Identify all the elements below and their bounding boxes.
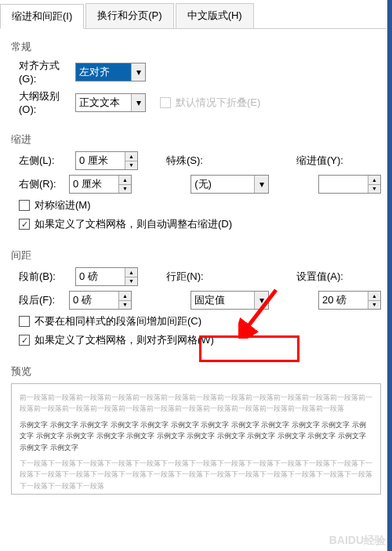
space-after-label: 段后(F): [19, 293, 69, 307]
auto-adjust-indent-label: 如果定义了文档网格，则自动调整右缩进(D) [34, 217, 232, 231]
indent-right-value: 0 厘米 [70, 176, 118, 193]
space-before-spinner[interactable]: 0 磅 ▲▼ [75, 267, 138, 286]
space-before-value: 0 磅 [76, 268, 125, 285]
chevron-down-icon: ▾ [131, 94, 145, 111]
special-value: (无) [191, 176, 254, 193]
section-preview-title: 预览 [11, 364, 381, 379]
at-value: 20 磅 [319, 292, 368, 309]
no-space-same-style-label: 不要在相同样式的段落间增加间距(C) [34, 314, 201, 328]
caret-down-icon[interactable]: ▼ [125, 161, 137, 170]
special-select[interactable]: (无) ▾ [191, 175, 269, 194]
preview-box: 前一段落前一段落前一段落前一段落前一段落前一段落前一段落前一段落前一段落前一段落… [11, 383, 381, 495]
preview-next-text: 下一段落下一段落下一段落下一段落下一段落下一段落下一段落下一段落下一段落下一段落… [20, 458, 372, 491]
indent-by-spinner[interactable]: ▲▼ [318, 175, 381, 194]
tab-bar: 缩进和间距(I) 换行和分页(P) 中文版式(H) [0, 0, 386, 29]
at-label: 设置值(A): [292, 270, 347, 284]
indent-by-label: 缩进值(Y): [292, 154, 347, 168]
section-general-title: 常规 [11, 40, 381, 54]
caret-up-icon[interactable]: ▲ [125, 268, 137, 277]
line-spacing-label: 行距(N): [160, 270, 212, 284]
caret-up-icon[interactable]: ▲ [368, 292, 380, 301]
section-indent-title: 缩进 [11, 132, 381, 147]
outline-level-value: 正文文本 [76, 94, 131, 111]
outline-level-label: 大纲级别(O): [11, 89, 75, 115]
auto-adjust-indent-checkbox[interactable]: ✓ [19, 219, 30, 230]
snap-to-grid-label: 如果定义了文档网格，则对齐到网格(W) [34, 333, 214, 347]
mirror-indent-label: 对称缩进(M) [34, 198, 91, 212]
no-space-same-style-checkbox[interactable] [19, 316, 30, 327]
preview-sample-text: 示例文字 示例文字 示例文字 示例文字 示例文字 示例文字 示例文字 示例文字 … [20, 419, 372, 453]
mirror-indent-checkbox[interactable] [19, 200, 30, 211]
caret-up-icon[interactable]: ▲ [125, 152, 137, 161]
caret-up-icon[interactable]: ▲ [368, 176, 380, 185]
space-after-spinner[interactable]: 0 磅 ▲▼ [69, 291, 132, 310]
chevron-down-icon: ▾ [254, 292, 268, 309]
caret-down-icon[interactable]: ▼ [368, 301, 380, 310]
indent-left-value: 0 厘米 [76, 152, 125, 169]
indent-by-value [319, 183, 368, 186]
space-after-value: 0 磅 [70, 292, 118, 309]
alignment-select[interactable]: 左对齐 ▾ [75, 63, 146, 82]
caret-down-icon[interactable]: ▼ [125, 277, 137, 286]
chevron-down-icon: ▾ [254, 176, 268, 193]
tab-line-page-breaks[interactable]: 换行和分页(P) [85, 3, 173, 28]
special-label: 特殊(S): [160, 154, 212, 168]
alignment-label: 对齐方式(G): [11, 59, 75, 85]
caret-down-icon[interactable]: ▼ [368, 185, 380, 194]
snap-to-grid-checkbox[interactable]: ✓ [19, 335, 30, 346]
section-spacing-title: 间距 [11, 248, 381, 263]
alignment-value: 左对齐 [76, 63, 131, 81]
tab-asian-typography[interactable]: 中文版式(H) [176, 3, 254, 28]
outline-level-select[interactable]: 正文文本 ▾ [75, 93, 146, 112]
tab-indent-spacing[interactable]: 缩进和间距(I) [0, 4, 84, 29]
collapse-checkbox [160, 97, 171, 108]
space-before-label: 段前(B): [19, 270, 75, 284]
caret-up-icon[interactable]: ▲ [119, 176, 131, 185]
indent-left-label: 左侧(L): [19, 154, 75, 168]
preview-prev-text: 前一段落前一段落前一段落前一段落前一段落前一段落前一段落前一段落前一段落前一段落… [20, 392, 372, 415]
indent-left-spinner[interactable]: 0 厘米 ▲▼ [75, 151, 138, 170]
at-spinner[interactable]: 20 磅 ▲▼ [318, 291, 381, 310]
caret-up-icon[interactable]: ▲ [119, 292, 131, 301]
line-spacing-select[interactable]: 固定值 ▾ [191, 291, 269, 310]
chevron-down-icon: ▾ [131, 63, 145, 81]
caret-down-icon[interactable]: ▼ [119, 185, 131, 194]
collapse-label: 默认情况下折叠(E) [176, 96, 260, 110]
caret-down-icon[interactable]: ▼ [119, 301, 131, 310]
line-spacing-value: 固定值 [191, 292, 254, 309]
indent-right-label: 右侧(R): [19, 177, 69, 191]
indent-right-spinner[interactable]: 0 厘米 ▲▼ [69, 175, 132, 194]
watermark: BAIDU经验 [329, 534, 386, 548]
